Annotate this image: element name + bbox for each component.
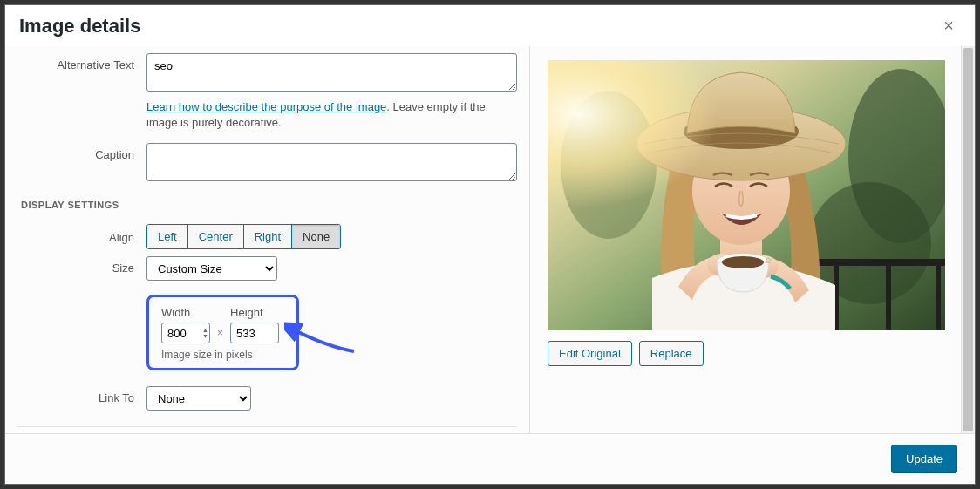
align-row: Align Left Center Right None <box>17 224 517 249</box>
replace-button[interactable]: Replace <box>639 341 704 366</box>
image-preview <box>548 60 945 330</box>
align-button-group: Left Center Right None <box>146 224 341 249</box>
modal-title: Image details <box>19 15 140 37</box>
alt-text-row: Alternative Text seo Learn how to descri… <box>17 53 517 131</box>
scrollbar-thumb[interactable] <box>963 48 973 431</box>
align-none-button[interactable]: None <box>292 225 340 248</box>
height-label: Height <box>230 306 279 319</box>
edit-original-button[interactable]: Edit Original <box>548 341 632 366</box>
close-button[interactable]: × <box>936 12 961 39</box>
caption-input[interactable] <box>146 143 517 181</box>
svg-rect-18 <box>548 60 945 330</box>
size-row: Size Custom Size <box>17 256 517 281</box>
align-label: Align <box>17 224 146 244</box>
align-left-button[interactable]: Left <box>147 225 188 248</box>
size-label: Size <box>17 256 146 275</box>
caption-row: Caption <box>17 143 517 184</box>
height-input[interactable] <box>230 323 279 343</box>
update-button[interactable]: Update <box>891 445 957 473</box>
advanced-options-toggle[interactable]: ADVANCED OPTIONS ▴ <box>17 427 517 433</box>
linkto-row: Link To None <box>17 386 517 411</box>
width-label: Width <box>161 306 210 319</box>
times-separator: × <box>217 311 223 339</box>
align-center-button[interactable]: Center <box>188 225 244 248</box>
custom-size-box: Width ▲▼ × Height Image size in pixels <box>146 295 299 370</box>
settings-panel: Alternative Text seo Learn how to descri… <box>5 46 530 433</box>
alt-text-label: Alternative Text <box>17 53 146 71</box>
modal-footer: Update <box>5 433 975 484</box>
linkto-select[interactable]: None <box>146 386 251 411</box>
caption-label: Caption <box>17 143 146 161</box>
alt-text-input[interactable]: seo <box>146 53 517 92</box>
size-help-text: Image size in pixels <box>161 349 279 361</box>
preview-actions: Edit Original Replace <box>548 341 961 366</box>
width-spinner[interactable]: ▲▼ <box>202 324 208 342</box>
image-details-modal: Image details × Alternative Text seo Lea… <box>4 4 976 485</box>
alt-help-text: Learn how to describe the purpose of the… <box>146 99 517 131</box>
preview-panel: Edit Original Replace <box>530 46 975 433</box>
display-section-title: DISPLAY SETTINGS <box>21 200 517 210</box>
modal-body: Alternative Text seo Learn how to descri… <box>5 46 975 433</box>
alt-help-link[interactable]: Learn how to describe the purpose of the… <box>146 100 386 113</box>
modal-header: Image details × <box>5 5 975 46</box>
linkto-label: Link To <box>17 386 146 404</box>
align-right-button[interactable]: Right <box>244 225 292 248</box>
size-select[interactable]: Custom Size <box>146 256 277 281</box>
scrollbar[interactable] <box>961 46 975 433</box>
